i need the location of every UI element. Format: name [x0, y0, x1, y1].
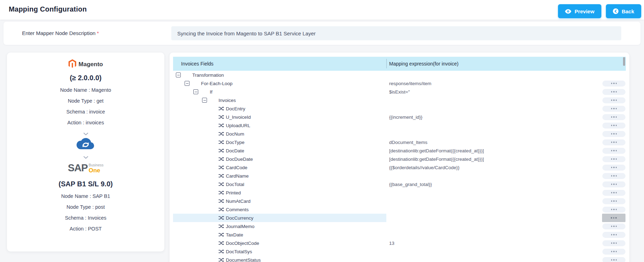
tree-node-cell[interactable]: DocumentStatus [173, 256, 386, 262]
tree-node-cell[interactable]: DocTotalSys [173, 247, 386, 256]
tree-row[interactable]: DocTotal {{base_grand_total}} [173, 180, 626, 188]
tree-node-cell[interactable]: U_InvoiceId [173, 113, 386, 121]
tree-row[interactable]: UploadURL [173, 121, 626, 130]
tree-row[interactable]: JournalMemo [173, 222, 626, 230]
target-node-type: Node Type : post [66, 204, 105, 210]
row-actions-button[interactable] [602, 123, 625, 129]
row-actions-button[interactable] [602, 257, 625, 262]
tree-node-label: DocumentStatus [226, 257, 261, 262]
shuffle-mapping-icon [219, 215, 224, 220]
tree-row[interactable]: U_InvoiceId {{increment_id}} [173, 113, 626, 121]
row-actions-button[interactable] [602, 81, 625, 87]
tree-node-label: Transformation [192, 73, 224, 78]
tree-row[interactable]: NumAtCard [173, 197, 626, 205]
tree-node-cell[interactable]: Comments [173, 205, 386, 214]
chevron-down-icon [83, 154, 88, 157]
magento-logo-icon [69, 59, 76, 70]
tree-node-cell[interactable]: TaxDate [173, 230, 386, 239]
tree-node-cell[interactable]: CardCode [173, 163, 386, 172]
row-actions-button[interactable] [602, 198, 625, 204]
shuffle-mapping-icon [219, 257, 224, 262]
ellipsis-icon [611, 226, 617, 227]
tree-row[interactable]: If $isExist=" [173, 88, 626, 96]
tree-row[interactable]: DocDueDate [destinationlib:getDateFormat… [173, 155, 626, 163]
cloud-sync-icon [77, 137, 95, 151]
collapse-toggle-icon[interactable] [193, 89, 198, 94]
ellipsis-icon [611, 184, 617, 185]
row-actions-button[interactable] [602, 89, 625, 95]
tree-row[interactable]: CardName [173, 172, 626, 180]
tree-row[interactable]: DocumentStatus [173, 256, 626, 262]
tree-row[interactable]: DocDate [destinationlib:getDateFormat({{… [173, 146, 626, 155]
tree-row[interactable]: Comments [173, 205, 626, 214]
row-actions-button[interactable] [602, 207, 625, 213]
tree-node-cell[interactable]: JournalMemo [173, 222, 386, 230]
sap-business-one-logo: SAP Business One [68, 163, 103, 175]
row-actions-button[interactable] [602, 214, 625, 222]
tree-row[interactable]: DocObjectCode 13 [173, 239, 626, 247]
collapse-toggle-icon[interactable] [185, 81, 189, 86]
mapping-expression: response/items/item [389, 79, 431, 88]
tree-node-cell[interactable]: UploadURL [173, 121, 386, 130]
tree-node-cell[interactable]: Printed [173, 188, 386, 197]
tree-node-cell[interactable]: NumAtCard [173, 197, 386, 205]
tree-row[interactable]: DocTotalSys [173, 247, 626, 256]
shuffle-mapping-icon [219, 224, 224, 229]
tree-node-cell[interactable]: Invoices [173, 96, 386, 104]
tree-row[interactable]: DocCurrency [173, 214, 626, 222]
tree-row[interactable]: For-Each-Loop response/items/item [173, 79, 626, 88]
back-button[interactable]: Back [606, 4, 641, 18]
tree-row[interactable]: TaxDate [173, 230, 626, 239]
tree-node-cell[interactable]: DocNum [173, 130, 386, 138]
tree-node-label: CardName [226, 173, 249, 179]
tree-node-cell[interactable]: DocEntry [173, 104, 386, 113]
tree-row[interactable]: CardCode {{$orderdetails//value/CardCode… [173, 163, 626, 172]
tree-node-cell[interactable]: Transformation [173, 71, 386, 79]
tree-node-cell[interactable]: DocDueDate [173, 155, 386, 163]
row-actions-button[interactable] [602, 249, 625, 255]
row-actions-button[interactable] [602, 165, 625, 171]
required-asterisk: * [97, 30, 99, 36]
collapse-toggle-icon[interactable] [202, 98, 207, 103]
tree-row[interactable]: Transformation [173, 71, 626, 79]
ellipsis-icon [611, 200, 617, 202]
row-actions-button[interactable] [602, 106, 625, 112]
tree-row[interactable]: Printed [173, 188, 626, 197]
target-node-action: Action : POST [70, 226, 102, 232]
row-actions-button[interactable] [602, 190, 625, 196]
tree-row[interactable]: DocNum [173, 130, 626, 138]
tree-node-cell[interactable]: For-Each-Loop [173, 79, 386, 88]
row-actions-button[interactable] [602, 148, 625, 154]
collapse-toggle-icon[interactable] [176, 73, 181, 77]
tree-row[interactable]: Invoices [173, 96, 626, 104]
tree-node-label: Comments [226, 207, 249, 212]
row-actions-button[interactable] [602, 173, 625, 179]
tree-node-cell[interactable]: CardName [173, 172, 386, 180]
back-button-label: Back [622, 8, 634, 14]
row-actions-button[interactable] [602, 181, 625, 187]
row-actions-button[interactable] [602, 156, 625, 162]
tree-node-cell[interactable]: DocObjectCode [173, 239, 386, 247]
tree-node-label: Printed [226, 190, 241, 195]
row-actions-button[interactable] [602, 240, 625, 246]
tree-node-cell[interactable]: If [173, 88, 386, 96]
row-actions-button[interactable] [602, 131, 625, 137]
row-actions-button[interactable] [602, 223, 625, 229]
row-actions-button[interactable] [602, 114, 625, 120]
row-actions-button[interactable] [602, 139, 625, 145]
tree-node-cell[interactable]: DocDate [173, 146, 386, 155]
ellipsis-icon [611, 83, 617, 84]
shuffle-mapping-icon [219, 165, 224, 170]
vertical-scrollbar-thumb[interactable] [623, 57, 625, 66]
tree-node-cell[interactable]: DocCurrency [173, 214, 386, 222]
row-actions-button[interactable] [602, 232, 625, 238]
row-actions-button[interactable] [602, 97, 625, 103]
mapper-node-description-input[interactable] [171, 26, 621, 40]
source-node-name: Node Name : Magento [60, 87, 111, 93]
mapping-expression: {{$orderdetails//value/CardCode}} [389, 163, 459, 172]
preview-button[interactable]: Preview [558, 4, 601, 18]
tree-node-cell[interactable]: DocTotal [173, 180, 386, 188]
tree-row[interactable]: DocType dDocument_Items [173, 138, 626, 146]
tree-row[interactable]: DocEntry [173, 104, 626, 113]
tree-node-cell[interactable]: DocType [173, 138, 386, 146]
